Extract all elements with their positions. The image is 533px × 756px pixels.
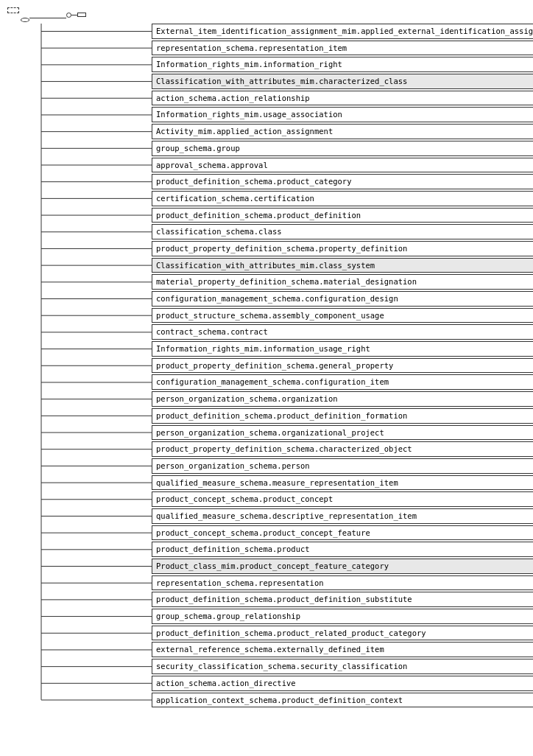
- list-item: product_concept_schema.product_concept: [152, 491, 533, 507]
- list-item: person_organization_schema.organizationa…: [152, 425, 533, 441]
- list-item: action_schema.action_directive: [152, 676, 533, 691]
- list-item: product_property_definition_schema.prope…: [152, 241, 533, 256]
- list-item: qualified_measure_schema.measure_represe…: [152, 475, 533, 491]
- badge: [21, 18, 29, 22]
- list-item: External_item_identification_assignment_…: [152, 24, 533, 39]
- list-item: Information_rights_mim.information_right: [152, 57, 533, 72]
- list-item: application_context_schema.product_defin…: [152, 693, 533, 708]
- list-item: qualified_measure_schema.descriptive_rep…: [152, 508, 533, 524]
- list-item: certification_schema.certification: [152, 191, 533, 206]
- diagram-container: External_item_identification_assignment_…: [0, 0, 533, 756]
- list-item: product_concept_schema.product_concept_f…: [152, 525, 533, 541]
- list-item: Information_rights_mim.usage_association: [152, 107, 533, 122]
- list-item: configuration_management_schema.configur…: [152, 374, 533, 390]
- list-item: product_definition_schema.product: [152, 542, 533, 557]
- list-item: product_definition_schema.product_catego…: [152, 174, 533, 189]
- list-item: Product_class_mim.product_concept_featur…: [152, 559, 533, 574]
- list-item: representation_schema.representation: [152, 575, 533, 591]
- list-item: product_definition_schema.product_relate…: [152, 626, 533, 641]
- list-item: product_definition_schema.product_defini…: [152, 408, 533, 424]
- list-item: approval_schema.approval: [152, 158, 533, 173]
- main-node: [77, 13, 86, 17]
- list-item: product_structure_schema.assembly_compon…: [152, 308, 533, 323]
- list-item: material_property_definition_schema.mate…: [152, 274, 533, 290]
- list-item: Activity_mim.applied_action_assignment: [152, 124, 533, 139]
- list-item: product_definition_schema.product_defini…: [152, 592, 533, 607]
- list-item: Classification_with_attributes_mim.chara…: [152, 74, 533, 89]
- root-node: [7, 7, 19, 13]
- list-item: classification_schema.class: [152, 224, 533, 239]
- list-item: product_definition_schema.product_defini…: [152, 208, 533, 223]
- list-item: configuration_management_schema.configur…: [152, 291, 533, 307]
- list-item: product_property_definition_schema.chara…: [152, 441, 533, 457]
- list-item: Information_rights_mim.information_usage…: [152, 341, 533, 357]
- list-item: representation_schema.representation_ite…: [152, 41, 533, 56]
- list-item: person_organization_schema.person: [152, 458, 533, 474]
- main-section: External_item_identification_assignment_…: [34, 24, 526, 748]
- list-item: Classification_with_attributes_mim.class…: [152, 258, 533, 273]
- list-item: product_property_definition_schema.gener…: [152, 358, 533, 374]
- list-item: group_schema.group: [152, 141, 533, 156]
- list-item: contract_schema.contract: [152, 324, 533, 340]
- list-item: external_reference_schema.externally_def…: [152, 642, 533, 657]
- list-item: security_classification_schema.security_…: [152, 659, 533, 674]
- list-item: action_schema.action_relationship: [152, 91, 533, 106]
- connector-svg: [34, 24, 152, 748]
- top-row: [7, 7, 526, 22]
- nodes-list: External_item_identification_assignment_…: [152, 24, 533, 748]
- connector-column: [34, 24, 152, 748]
- list-item: person_organization_schema.organization: [152, 391, 533, 407]
- list-item: group_schema.group_relationship: [152, 609, 533, 624]
